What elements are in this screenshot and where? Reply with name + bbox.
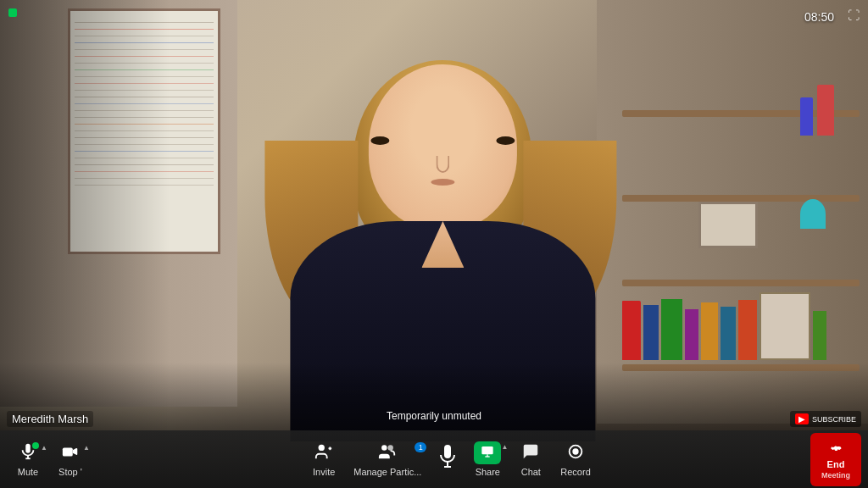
share-caret[interactable]: ▲ [501, 443, 508, 451]
end-label: End [827, 459, 845, 469]
app: 08:50 ⛶ Meredith Marsh Temporarily unmut… [0, 0, 868, 488]
svg-point-16 [572, 448, 578, 454]
video-camera-icon [61, 442, 80, 464]
nose [436, 156, 449, 173]
meeting-timer: 08:50 [804, 10, 834, 24]
mute-button[interactable]: Mute ▲ [7, 437, 49, 482]
end-meeting-button[interactable]: End Meeting [810, 433, 861, 486]
svg-rect-0 [25, 443, 31, 452]
svg-point-8 [388, 445, 393, 450]
invite-icon [314, 442, 333, 464]
chat-icon [521, 442, 540, 464]
mouth [431, 179, 454, 186]
shelf-decoration-bottle [817, 85, 834, 136]
invite-button[interactable]: Invite [303, 437, 345, 482]
meeting-label: Meeting [821, 471, 850, 480]
invite-label: Invite [313, 467, 335, 477]
manage-participants-label: Manage Partic... [353, 467, 421, 477]
youtube-badge: ▶ SUBSCRIBE [790, 411, 861, 427]
share-button[interactable]: Share ▲ [465, 436, 509, 482]
svg-rect-3 [63, 447, 73, 456]
share-svg [481, 445, 494, 458]
mute-label: Mute [18, 467, 38, 477]
chat-button[interactable]: Chat [509, 437, 552, 482]
phone-end-svg [828, 440, 843, 455]
end-icon [828, 440, 843, 458]
record-svg [566, 442, 585, 461]
mic-active-indicator [32, 442, 39, 449]
mic-icon-container [19, 442, 37, 464]
toolbar: Mute ▲ Stop ' ▲ [0, 430, 868, 488]
svg-rect-12 [482, 446, 493, 454]
youtube-subscribe-label: SUBSCRIBE [812, 415, 856, 424]
left-eye [370, 136, 389, 145]
camera-svg [61, 442, 80, 461]
video-caret[interactable]: ▲ [83, 444, 90, 452]
shelf-decoration-teal [800, 199, 826, 229]
share-icon [474, 441, 501, 464]
stop-video-button[interactable]: Stop ' ▲ [49, 437, 92, 482]
battery-dot [8, 8, 17, 17]
svg-rect-9 [444, 445, 451, 458]
share-label: Share [476, 467, 500, 477]
svg-point-4 [319, 444, 325, 450]
participant-name-label: Meredith Marsh [7, 411, 93, 427]
youtube-icon: ▶ [795, 413, 809, 424]
participants-svg [378, 442, 397, 461]
shelf-decoration-book [800, 97, 813, 136]
participants-count-badge: 1 [415, 442, 426, 452]
fullscreen-button[interactable]: ⛶ [848, 8, 860, 22]
svg-point-7 [381, 445, 387, 450]
face [369, 64, 517, 230]
record-button[interactable]: Record [552, 437, 598, 482]
stop-video-label: Stop ' [58, 467, 82, 477]
invite-svg [314, 442, 333, 461]
center-mic-svg [437, 445, 459, 474]
battery-indicator [8, 8, 17, 17]
chat-svg [521, 442, 540, 461]
right-eye [496, 136, 515, 145]
video-area: 08:50 ⛶ Meredith Marsh Temporarily unmut… [0, 0, 868, 488]
photo-frame [698, 202, 758, 248]
record-icon [566, 442, 585, 464]
record-label: Record [560, 467, 590, 477]
center-mic-indicator [430, 445, 465, 474]
participants-icon [378, 442, 397, 464]
chat-label: Chat [521, 467, 541, 477]
mute-caret[interactable]: ▲ [41, 444, 47, 452]
manage-participants-button[interactable]: 1 Manage Partic... [345, 437, 430, 482]
